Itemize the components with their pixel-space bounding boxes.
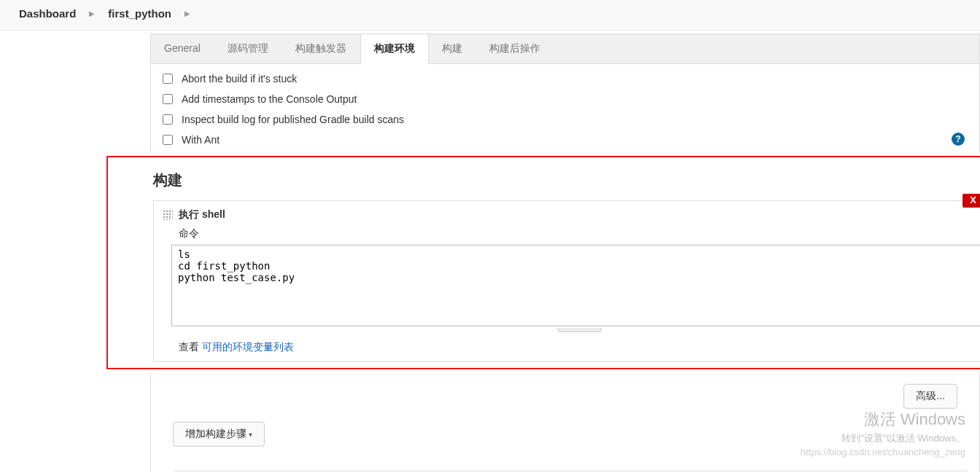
- breadcrumb-root[interactable]: Dashboard: [19, 7, 76, 20]
- shell-step-title: 执行 shell: [179, 208, 225, 221]
- shell-build-step: 执行 shell X ? 命令 查看 可用的环境变量列表: [153, 200, 980, 362]
- tab-post-build[interactable]: 构建后操作: [476, 34, 554, 63]
- label-gradle-scan: Inspect build log for published Gradle b…: [182, 114, 404, 125]
- drag-handle-icon[interactable]: [163, 210, 173, 220]
- build-env-section: Abort the build if it's stuck Add timest…: [150, 64, 980, 153]
- delete-step-button[interactable]: X: [962, 194, 980, 208]
- config-tabs: General 源码管理 构建触发器 构建环境 构建 构建后操作: [150, 34, 980, 64]
- checkbox-timestamps[interactable]: [163, 94, 173, 104]
- label-abort-stuck: Abort the build if it's stuck: [182, 73, 297, 84]
- tab-triggers[interactable]: 构建触发器: [282, 34, 360, 63]
- env-vars-link[interactable]: 可用的环境变量列表: [202, 341, 294, 353]
- breadcrumb: Dashboard ▶ first_python ▶: [0, 0, 980, 31]
- tab-build-env[interactable]: 构建环境: [360, 34, 429, 64]
- build-section-highlight: 构建 执行 shell X ? 命令 查看 可用的环境变量列表: [106, 156, 980, 369]
- build-section-title: 构建: [153, 170, 980, 190]
- label-with-ant: With Ant: [182, 134, 219, 146]
- resize-handle-icon[interactable]: [558, 328, 602, 332]
- shell-command-input[interactable]: [171, 245, 980, 326]
- breadcrumb-project[interactable]: first_python: [108, 7, 171, 20]
- env-vars-prefix: 查看: [179, 341, 202, 353]
- tab-build[interactable]: 构建: [429, 34, 476, 63]
- command-label: 命令: [154, 223, 980, 245]
- tab-scm[interactable]: 源码管理: [214, 34, 282, 63]
- checkbox-with-ant[interactable]: [163, 135, 173, 145]
- add-build-step-button[interactable]: 增加构建步骤: [173, 422, 265, 447]
- checkbox-gradle-scan[interactable]: [163, 114, 173, 125]
- label-timestamps: Add timestamps to the Console Output: [182, 93, 357, 105]
- tab-general[interactable]: General: [151, 34, 214, 63]
- chevron-right-icon: ▶: [89, 9, 95, 17]
- checkbox-abort-stuck[interactable]: [163, 74, 173, 84]
- chevron-right-icon: ▶: [184, 9, 190, 17]
- advanced-button[interactable]: 高级...: [903, 384, 957, 409]
- help-icon[interactable]: ?: [952, 133, 965, 146]
- env-vars-link-row: 查看 可用的环境变量列表: [154, 337, 980, 361]
